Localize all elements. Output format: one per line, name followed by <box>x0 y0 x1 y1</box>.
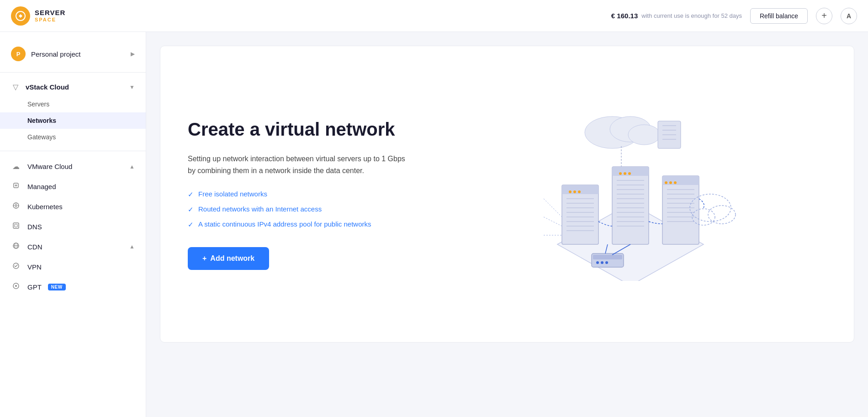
page-title: Create a virtual network <box>188 118 407 140</box>
svg-point-63 <box>665 181 667 184</box>
sidebar-item-gpt[interactable]: GPT NEW <box>0 277 146 297</box>
feature-item-3: ✓ A static continuous IPv4 address pool … <box>188 220 407 229</box>
svg-point-35 <box>573 190 576 193</box>
svg-rect-9 <box>15 224 17 227</box>
sidebar-divider-2 <box>0 151 146 151</box>
svg-rect-37 <box>612 167 649 244</box>
dns-inner: DNS <box>11 222 42 231</box>
sidebar-item-cdn[interactable]: CDN ▲ <box>0 237 146 257</box>
cdn-icon <box>11 242 21 251</box>
project-inner: P Personal project <box>11 47 80 61</box>
svg-point-65 <box>674 181 677 184</box>
svg-rect-53 <box>662 176 699 244</box>
sidebar-vstack-section[interactable]: ▽ vStack Cloud ▼ <box>0 78 146 96</box>
svg-point-18 <box>628 125 660 145</box>
svg-point-50 <box>619 172 622 175</box>
svg-rect-54 <box>662 176 699 185</box>
cdn-inner: CDN <box>11 242 42 251</box>
content-right <box>434 107 826 281</box>
sidebar-item-vmware[interactable]: ☁ VMware Cloud ▲ <box>0 157 146 176</box>
add-network-icon: + <box>202 254 206 263</box>
vstack-chevron-icon: ▼ <box>129 84 135 90</box>
svg-point-69 <box>601 261 603 264</box>
layout: P Personal project ▶ ▽ vStack Cloud ▼ Se… <box>0 32 868 417</box>
project-chevron-icon: ▶ <box>131 51 135 57</box>
vstack-name: vStack Cloud <box>26 83 69 91</box>
sidebar: P Personal project ▶ ▽ vStack Cloud ▼ Se… <box>0 32 146 417</box>
sidebar-item-servers[interactable]: Servers <box>0 96 146 112</box>
gpt-inner: GPT NEW <box>11 282 66 291</box>
feature-item-1: ✓ Free isolated networks <box>188 190 407 199</box>
feature-text-3: A static continuous IPv4 address pool fo… <box>198 220 371 228</box>
vpn-icon <box>11 262 21 271</box>
vpn-inner: VPN <box>11 262 42 271</box>
sidebar-item-managed[interactable]: Managed <box>0 176 146 196</box>
balance-info: with current use is enough for 52 days <box>641 12 742 19</box>
managed-inner: Managed <box>11 182 56 191</box>
feature-text-2: Routed networks with an Internet access <box>198 205 322 213</box>
vstack-icon: ▽ <box>11 83 20 91</box>
check-icon-3: ✓ <box>188 221 194 229</box>
refill-balance-button[interactable]: Refill balance <box>750 8 808 24</box>
gpt-label: GPT <box>27 283 42 291</box>
project-name: Personal project <box>31 50 80 58</box>
sidebar-project[interactable]: P Personal project ▶ <box>0 41 146 67</box>
logo-space-text: SPACE <box>35 17 65 22</box>
svg-rect-67 <box>593 255 622 259</box>
svg-point-68 <box>596 261 599 264</box>
sidebar-item-gateways[interactable]: Gateways <box>0 129 146 145</box>
dns-icon <box>11 222 21 231</box>
logo-text: SERVER SPACE <box>35 9 65 22</box>
project-icon: P <box>11 47 26 61</box>
svg-point-15 <box>15 285 17 287</box>
check-icon-1: ✓ <box>188 190 194 199</box>
svg-point-36 <box>578 190 581 193</box>
gpt-new-badge: NEW <box>48 284 66 290</box>
sidebar-item-kubernetes[interactable]: Kubernetes <box>0 196 146 216</box>
kubernetes-icon <box>11 202 21 211</box>
svg-point-70 <box>605 261 608 264</box>
balance-section: € 160.13 with current use is enough for … <box>611 12 742 20</box>
vmware-label: VMware Cloud <box>27 163 72 170</box>
network-illustration <box>521 107 740 281</box>
svg-point-51 <box>624 172 626 175</box>
add-network-button[interactable]: + Add network <box>188 247 269 270</box>
add-network-label: Add network <box>210 254 254 263</box>
sidebar-item-dns[interactable]: DNS <box>0 216 146 237</box>
vstack-inner: ▽ vStack Cloud <box>11 83 69 91</box>
svg-point-74 <box>708 206 736 224</box>
svg-point-34 <box>569 190 572 193</box>
svg-point-52 <box>628 172 631 175</box>
vmware-chevron-icon: ▲ <box>129 164 135 170</box>
sidebar-divider-1 <box>0 72 146 73</box>
svg-rect-8 <box>13 223 19 228</box>
svg-point-3 <box>15 205 17 206</box>
check-icon-2: ✓ <box>188 206 194 214</box>
managed-icon <box>11 182 21 191</box>
kubernetes-label: Kubernetes <box>27 203 63 211</box>
logo: SERVER SPACE <box>11 6 65 26</box>
vpn-label: VPN <box>27 263 42 271</box>
cdn-chevron-icon: ▲ <box>129 243 135 250</box>
sidebar-item-vpn[interactable]: VPN <box>0 257 146 277</box>
cdn-label: CDN <box>27 243 42 251</box>
vmware-icon: ☁ <box>11 162 21 171</box>
vmware-inner: ☁ VMware Cloud <box>11 162 72 171</box>
content-card: Create a virtual network Setting up netw… <box>160 46 854 343</box>
content-left: Create a virtual network Setting up netw… <box>188 118 407 270</box>
main-content: Create a virtual network Setting up netw… <box>146 32 868 417</box>
sidebar-item-networks[interactable]: Networks <box>0 112 146 129</box>
kubernetes-inner: Kubernetes <box>11 202 63 211</box>
add-button[interactable]: + <box>816 8 832 24</box>
balance-amount: € 160.13 <box>611 12 638 20</box>
feature-list: ✓ Free isolated networks ✓ Routed networ… <box>188 190 407 229</box>
dns-label: DNS <box>27 223 42 231</box>
logo-icon <box>11 6 30 26</box>
svg-point-64 <box>669 181 672 184</box>
header: SERVER SPACE € 160.13 with current use i… <box>0 0 868 32</box>
managed-label: Managed <box>27 183 56 190</box>
header-right: € 160.13 with current use is enough for … <box>611 8 857 24</box>
user-avatar-button[interactable]: A <box>841 8 857 24</box>
gpt-icon <box>11 282 21 291</box>
page-description: Setting up network interaction between v… <box>188 153 407 176</box>
